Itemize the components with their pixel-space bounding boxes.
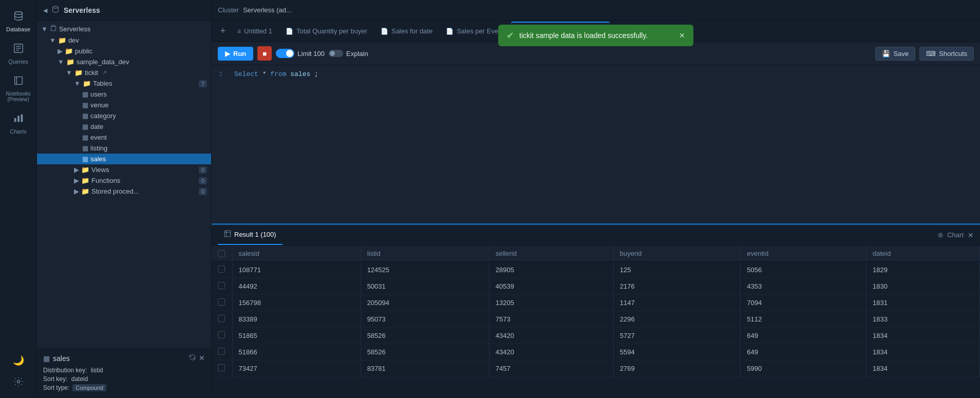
row-checkbox-cell[interactable] bbox=[212, 262, 232, 278]
cell-dateid: 1834 bbox=[866, 344, 979, 361]
notebooks-label: Notebooks(Preview) bbox=[6, 91, 31, 102]
tree-node-public[interactable]: ▶ 📁 public bbox=[37, 46, 211, 56]
cell-buyerid: 2769 bbox=[613, 361, 740, 377]
row-checkbox-cell[interactable] bbox=[212, 278, 232, 295]
folder-icon: 📁 bbox=[83, 80, 91, 87]
row-checkbox-cell[interactable] bbox=[212, 295, 232, 311]
tab-total-qty[interactable]: 📄 Total Quantity per buyer bbox=[279, 22, 373, 41]
chevron-down-icon: ▼ bbox=[41, 25, 48, 33]
sidebar-item-theme[interactable]: 🌙 bbox=[0, 350, 37, 371]
tab-untitled1-icon: ≡ bbox=[237, 28, 241, 35]
limit-toggle[interactable] bbox=[276, 49, 294, 58]
tree-db-icon bbox=[51, 5, 60, 15]
tab-sales-date[interactable]: 📄 Sales for date bbox=[374, 22, 439, 41]
cell-buyerid: 125 bbox=[613, 262, 740, 278]
sidebar-item-charts[interactable]: Charts bbox=[0, 107, 37, 140]
select-all-header[interactable] bbox=[212, 245, 232, 262]
sidebar-item-settings[interactable] bbox=[0, 371, 37, 393]
sort-type-row: Sort type: Compound bbox=[43, 384, 205, 391]
sidebar-item-notebooks[interactable]: Notebooks(Preview) bbox=[0, 70, 37, 107]
queries-icon bbox=[13, 43, 24, 56]
table-icon: ▦ bbox=[82, 144, 88, 152]
tree-node-date[interactable]: ▦ date bbox=[37, 121, 211, 132]
table-header-row: salesid listid sellerid buyerid eventid … bbox=[212, 245, 980, 262]
explain-toggle[interactable] bbox=[329, 50, 343, 57]
table-icon: ▦ bbox=[43, 354, 50, 363]
table-icon: ▦ bbox=[82, 101, 88, 109]
tree-node-sales[interactable]: ▦ sales bbox=[37, 154, 211, 164]
cell-buyerid: 5594 bbox=[613, 344, 740, 361]
toast-close-button[interactable]: ✕ bbox=[679, 31, 685, 40]
sort-type-badge: Compound bbox=[72, 384, 106, 391]
result-tab-1[interactable]: Result 1 (100) bbox=[218, 225, 282, 245]
cell-listid: 58526 bbox=[361, 344, 489, 361]
tab-untitled1[interactable]: ≡ Untitled 1 bbox=[231, 22, 278, 41]
tree-node-sample-data-dev[interactable]: ▼ 📁 sample_data_dev bbox=[37, 56, 211, 67]
col-salesid: salesid bbox=[232, 245, 361, 262]
sidebar-icons: Database Queries Notebooks(Preview) bbox=[0, 0, 37, 398]
svg-rect-6 bbox=[14, 118, 16, 122]
tables-badge: 7 bbox=[199, 80, 207, 87]
tree-node-listing[interactable]: ▦ listing bbox=[37, 143, 211, 154]
results-table-wrap[interactable]: salesid listid sellerid buyerid eventid … bbox=[212, 245, 980, 398]
results-header: Result 1 (100) Chart ✕ bbox=[212, 225, 980, 245]
tree-node-event[interactable]: ▦ event bbox=[37, 132, 211, 143]
tree-body: ▼ Serverless ▼ 📁 dev ▶ 📁 public ▼ 📁 samp… bbox=[37, 21, 211, 348]
cell-eventid: 4353 bbox=[741, 278, 866, 295]
distribution-key-row: Distribution key: listid bbox=[43, 367, 205, 374]
toast-notification: ✔ tickit sample data is loaded successfu… bbox=[498, 25, 693, 46]
tree-node-tickit[interactable]: ▼ 📁 tickit ↗ bbox=[37, 67, 211, 78]
stop-icon: ■ bbox=[262, 50, 267, 58]
folder-icon: 📁 bbox=[81, 177, 89, 184]
cell-listid: 205094 bbox=[361, 295, 489, 311]
row-checkbox-cell[interactable] bbox=[212, 361, 232, 377]
row-checkbox-cell[interactable] bbox=[212, 311, 232, 328]
external-link-icon: ↗ bbox=[102, 69, 107, 76]
tree-node-venue[interactable]: ▦ venue bbox=[37, 100, 211, 110]
stop-button[interactable]: ■ bbox=[257, 46, 272, 61]
results-area: Result 1 (100) Chart ✕ salesid listid se bbox=[212, 223, 980, 398]
editor-area[interactable]: 1 Select * from sales ; bbox=[212, 65, 980, 223]
cluster-label: Cluster bbox=[218, 6, 239, 14]
folder-icon: 📁 bbox=[81, 187, 89, 195]
chevron-down-icon: ▼ bbox=[58, 58, 64, 66]
cell-listid: 95073 bbox=[361, 311, 489, 328]
row-checkbox-cell[interactable] bbox=[212, 328, 232, 344]
tree-collapse-chevron[interactable]: ◀ bbox=[43, 7, 47, 14]
table-row: 444925003140539217643531830 bbox=[212, 278, 980, 295]
cell-eventid: 649 bbox=[741, 328, 866, 344]
save-button[interactable]: 💾 Save bbox=[875, 47, 915, 61]
tree-title: Serverless bbox=[64, 6, 100, 14]
results-table: salesid listid sellerid buyerid eventid … bbox=[212, 245, 980, 377]
tree-node-dev[interactable]: ▼ 📁 dev bbox=[37, 35, 211, 46]
tree-node-functions[interactable]: ▶ 📁 Functions 0 bbox=[37, 175, 211, 186]
cell-sellerid: 40539 bbox=[489, 278, 613, 295]
info-panel-actions: ✕ bbox=[189, 354, 205, 363]
tree-node-serverless[interactable]: ▼ Serverless bbox=[37, 23, 211, 35]
table-icon: ▦ bbox=[82, 155, 88, 163]
add-tab-button[interactable]: + bbox=[216, 24, 230, 39]
cell-salesid: 51865 bbox=[232, 328, 361, 344]
results-close-button[interactable]: ✕ bbox=[968, 231, 974, 239]
cell-eventid: 649 bbox=[741, 344, 866, 361]
tree-node-stored-procs[interactable]: ▶ 📁 Stored proced... 0 bbox=[37, 186, 211, 197]
cell-dateid: 1830 bbox=[866, 278, 979, 295]
run-button[interactable]: ▶ Run bbox=[218, 47, 253, 61]
tab-sales-event-icon: 📄 bbox=[446, 28, 454, 35]
sidebar-item-queries[interactable]: Queries bbox=[0, 37, 37, 70]
chart-toggle: Chart ✕ bbox=[938, 231, 974, 239]
tree-node-category[interactable]: ▦ category bbox=[37, 110, 211, 121]
row-checkbox-cell[interactable] bbox=[212, 344, 232, 361]
sql-semicolon: ; bbox=[314, 70, 318, 78]
close-info-icon[interactable]: ✕ bbox=[199, 354, 205, 363]
sidebar-item-database[interactable]: Database bbox=[0, 5, 37, 37]
shortcuts-button[interactable]: ⌨ Shortcuts bbox=[919, 47, 974, 61]
cell-buyerid: 2176 bbox=[613, 278, 740, 295]
tab-total-qty-label: Total Quantity per buyer bbox=[296, 27, 367, 35]
sql-select: Select bbox=[234, 70, 258, 78]
refresh-icon[interactable] bbox=[189, 354, 196, 363]
theme-icon: 🌙 bbox=[13, 355, 24, 366]
tree-node-views[interactable]: ▶ 📁 Views 0 bbox=[37, 164, 211, 175]
tree-node-users[interactable]: ▦ users bbox=[37, 89, 211, 100]
tree-node-tables[interactable]: ▼ 📁 Tables 7 bbox=[37, 78, 211, 89]
